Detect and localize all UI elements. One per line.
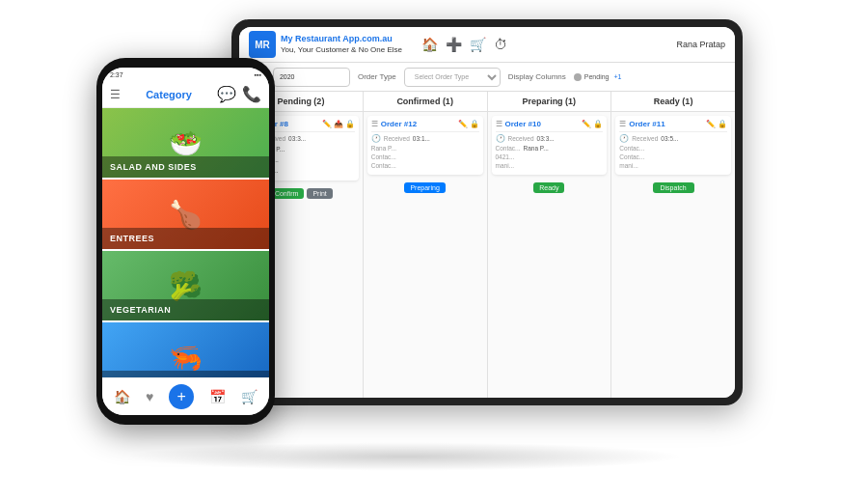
- category-vegetarian[interactable]: 🥦 VEGETARIAN: [102, 251, 269, 320]
- order-card-confirmed: ☰ Order #12 ✏️ 🔒 🕐 Received: [367, 116, 483, 175]
- tablet-nav-icons: 🏠 ➕ 🛒 ⏱: [421, 37, 507, 52]
- category-seafood[interactable]: 🦐 SEAFOOD: [102, 322, 269, 377]
- order-card-preparing: ☰ Order #10 ✏️ 🔒 🕐 Received: [492, 116, 608, 175]
- phone-title: Category: [146, 89, 192, 100]
- tablet: MR My Restaurant App.com.au You, Your Cu…: [231, 19, 743, 405]
- lock-icon-ready[interactable]: 🔒: [718, 120, 727, 128]
- pending-filter: Pending +1: [574, 73, 622, 81]
- nav-calendar-icon[interactable]: 📅: [209, 389, 226, 404]
- preparing-footer: Ready: [488, 179, 611, 197]
- confirmed-header: Confirmed (1): [364, 92, 487, 112]
- order-card-header-ready: ☰ Order #11 ✏️ 🔒: [619, 120, 727, 128]
- add-icon[interactable]: ➕: [446, 37, 462, 52]
- conf-status-row: 🕐 Received 03:1...: [371, 134, 479, 143]
- salad-name: SALAD AND SIDES: [110, 162, 261, 172]
- nav-add-button[interactable]: +: [169, 384, 194, 409]
- preparing-button[interactable]: Preparing: [404, 182, 445, 193]
- phone-status-bar: 2:37 ▪▪▪: [102, 68, 269, 81]
- order-card-header-prep: ☰ Order #10 ✏️ 🔒: [496, 120, 604, 128]
- category-list: 🥗 SALAD AND SIDES 🍗 ENTREES 🥦 VEGETARIAN: [102, 108, 269, 377]
- phone-screen: 2:37 ▪▪▪ ☰ Category 💬 📞 🥗 SALAD AND SIDE…: [102, 68, 269, 415]
- share-icon[interactable]: 📤: [334, 120, 343, 128]
- conf-status: Received: [384, 135, 410, 142]
- list-icon-prep: ☰: [496, 120, 502, 128]
- entrees-name: ENTREES: [110, 234, 261, 243]
- chat-icon[interactable]: 💬: [217, 85, 236, 103]
- order-number-ready: Order #11: [629, 120, 665, 128]
- seafood-overlay: SEAFOOD: [102, 371, 269, 377]
- edit-icon[interactable]: ✏️: [322, 120, 332, 128]
- order-type-label: Order Type: [358, 72, 396, 81]
- phone: 2:37 ▪▪▪ ☰ Category 💬 📞 🥗 SALAD AND SIDE…: [96, 58, 275, 425]
- vegetarian-name: VEGETARIAN: [110, 305, 261, 315]
- list-icon-conf: ☰: [371, 120, 378, 128]
- salad-overlay: SALAD AND SIDES: [102, 156, 269, 178]
- list-icon-ready: ☰: [619, 120, 626, 128]
- conf-time: 03:1...: [413, 135, 430, 142]
- confirmed-footer: Preparing: [364, 179, 487, 197]
- category-salad[interactable]: 🥗 SALAD AND SIDES: [102, 108, 269, 178]
- menu-icon[interactable]: ☰: [110, 88, 121, 101]
- ready-button[interactable]: Ready: [533, 182, 564, 193]
- confirmed-column: Confirmed (1) ☰ Order #12 ✏️ 🔒: [364, 92, 488, 398]
- phone-signal: ▪▪▪: [255, 71, 261, 78]
- order-number-conf: Order #12: [381, 120, 417, 128]
- time-value: 03:3...: [288, 135, 306, 142]
- print-button[interactable]: Print: [307, 188, 332, 199]
- edit-icon-ready[interactable]: ✏️: [706, 120, 716, 128]
- date-input[interactable]: [273, 68, 350, 87]
- lock-icon[interactable]: 🔒: [345, 120, 355, 128]
- nav-home-icon[interactable]: 🏠: [114, 389, 130, 404]
- tablet-screen: MR My Restaurant App.com.au You, Your Cu…: [239, 27, 735, 398]
- tablet-header: MR My Restaurant App.com.au You, Your Cu…: [239, 27, 735, 63]
- logo-text: My Restaurant App.com.au You, Your Custo…: [281, 34, 402, 55]
- device-shadow: [125, 442, 685, 471]
- edit-icon-conf[interactable]: ✏️: [458, 120, 468, 128]
- order-card-ready: ☰ Order #11 ✏️ 🔒 🕐 Received: [615, 116, 731, 175]
- seafood-bg: 🦐: [102, 322, 269, 377]
- lock-icon-prep[interactable]: 🔒: [593, 120, 603, 128]
- pending-dot: [574, 73, 582, 81]
- order-card-header-conf: ☰ Order #12 ✏️ 🔒: [371, 120, 479, 128]
- phone-header: ☰ Category 💬 📞: [102, 81, 269, 108]
- seafood-name: SEAFOOD: [110, 376, 261, 377]
- phone-header-icons: 💬 📞: [217, 85, 261, 103]
- edit-icon-prep[interactable]: ✏️: [582, 120, 591, 128]
- clock-icon-conf: 🕐: [371, 134, 381, 143]
- order-number-prep: Order #10: [505, 120, 541, 128]
- preparing-column: Preparing (1) ☰ Order #10 ✏️ 🔒: [488, 92, 612, 398]
- scene: MR My Restaurant App.com.au You, Your Cu…: [0, 0, 868, 500]
- cart-icon[interactable]: 🛒: [470, 37, 486, 52]
- call-icon[interactable]: 📞: [242, 85, 261, 103]
- lock-icon-conf[interactable]: 🔒: [470, 120, 479, 128]
- phone-bottom-nav: 🏠 ♥ + 📅 🛒: [102, 377, 269, 415]
- vegetarian-overlay: VEGETARIAN: [102, 299, 269, 320]
- ready-column: Ready (1) ☰ Order #11 ✏️ 🔒: [611, 92, 735, 398]
- preparing-header: Preparing (1): [488, 92, 611, 112]
- home-icon[interactable]: 🏠: [421, 37, 438, 52]
- timer-icon[interactable]: ⏱: [494, 37, 507, 52]
- nav-heart-icon[interactable]: ♥: [146, 389, 153, 404]
- dispatch-button[interactable]: Dispatch: [653, 182, 694, 193]
- order-type-select[interactable]: Select Order Type: [404, 68, 501, 87]
- entrees-overlay: ENTREES: [102, 228, 269, 249]
- tablet-filter-row: Date Order Type Select Order Type Displa…: [239, 63, 735, 92]
- ready-header: Ready (1): [611, 92, 735, 112]
- phone-time: 2:37: [110, 71, 123, 78]
- tablet-logo: MR My Restaurant App.com.au You, Your Cu…: [249, 31, 402, 58]
- tablet-user: Rana Pratap: [676, 40, 725, 49]
- tablet-columns: Pending (2) ☰ Order #8 ✏️ 📤 🔒: [239, 92, 735, 398]
- logo-box: MR: [249, 31, 276, 58]
- display-columns-label: Display Columns: [508, 72, 566, 81]
- category-entrees[interactable]: 🍗 ENTREES: [102, 180, 269, 249]
- nav-cart-icon[interactable]: 🛒: [241, 389, 258, 404]
- ready-footer: Dispatch: [611, 179, 735, 197]
